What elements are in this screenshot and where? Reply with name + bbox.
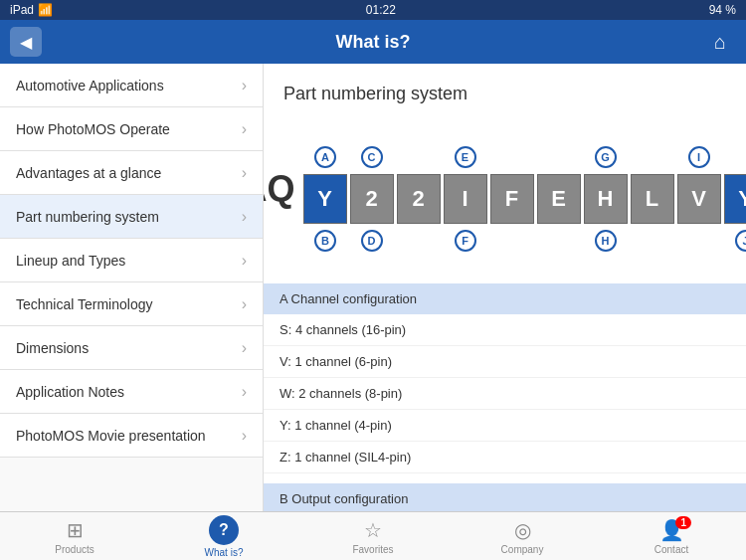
top-label-I: I (688, 146, 710, 168)
letter-blocks: AYBC2D2EIFFEGHHLIVYJ (303, 144, 747, 254)
chevron-icon: › (242, 252, 247, 270)
sidebar-item-technical[interactable]: Technical Terminology› (0, 282, 263, 326)
info-header-A: A Channel configuration (264, 283, 746, 314)
letter-block-6: H (584, 174, 628, 224)
sidebar-item-label-application-notes: Application Notes (16, 384, 124, 400)
products-tab-label: Products (55, 544, 93, 555)
info-row-A-3: Y: 1 channel (4-pin) (264, 410, 746, 442)
sidebar-item-label-how: How PhotoMOS Operate (16, 121, 170, 137)
diagram-wrapper: AQ AYBC2D2EIFFEGHHLIVYJ (264, 124, 746, 254)
status-bar-left: iPad 📶 (10, 3, 53, 17)
letter-block-wrap-2: 2 (396, 174, 442, 224)
sidebar: Automotive Applications›How PhotoMOS Ope… (0, 64, 264, 511)
favorites-tab-icon: ☆ (364, 518, 382, 542)
sidebar-item-application-notes[interactable]: Application Notes› (0, 370, 263, 414)
back-icon: ◀ (20, 33, 32, 52)
tab-bar: ⊞Products?What is?☆Favorites◎Company👤1Co… (0, 511, 746, 560)
bottom-label-F: F (455, 230, 476, 252)
chevron-icon: › (242, 77, 247, 94)
tab-company[interactable]: ◎Company (448, 512, 597, 560)
chevron-icon: › (242, 208, 247, 226)
sidebar-item-label-automotive: Automotive Applications (16, 78, 164, 93)
diagram-container: AQ AYBC2D2EIFFEGHHLIVYJ (264, 114, 746, 274)
sidebar-item-photmos-movie[interactable]: PhotoMOS Movie presentation› (0, 414, 263, 458)
letter-block-wrap-1: C2D (349, 174, 395, 224)
sidebar-item-advantages[interactable]: Advantages at a glance› (0, 151, 263, 195)
info-row-A-2: W: 2 channels (8-pin) (264, 378, 746, 410)
chevron-icon: › (242, 427, 247, 445)
main-content: Automotive Applications›How PhotoMOS Ope… (0, 64, 746, 511)
chevron-icon: › (242, 164, 247, 182)
tab-contact[interactable]: 👤1Contact (597, 512, 746, 560)
info-row-A-1: V: 1 channel (6-pin) (264, 346, 746, 378)
status-bar: iPad 📶 01:22 94 % (0, 0, 746, 20)
content-area: Part numbering system AQ AYBC2D2EIFFEGHH… (264, 64, 746, 511)
letter-block-wrap-6: GHH (583, 174, 629, 224)
top-label-E: E (455, 146, 476, 168)
letter-block-2: 2 (397, 174, 441, 224)
products-tab-icon: ⊞ (67, 518, 84, 542)
tab-products[interactable]: ⊞Products (0, 512, 149, 560)
sidebar-item-label-lineup: Lineup and Types (16, 253, 125, 269)
company-tab-icon: ◎ (514, 518, 531, 542)
bottom-label-J: J (735, 230, 747, 252)
letter-block-3: I (444, 174, 487, 224)
info-section-A: A Channel configurationS: 4 channels (16… (264, 283, 746, 473)
company-tab-label: Company (501, 544, 544, 555)
chevron-icon: › (242, 339, 247, 357)
contact-tab-label: Contact (654, 544, 688, 555)
whatis-tab-label: What is? (205, 547, 244, 558)
sidebar-item-lineup[interactable]: Lineup and Types› (0, 239, 263, 282)
letter-block-wrap-5: E (536, 174, 582, 224)
letter-block-8: V (677, 174, 721, 224)
info-row-A-0: S: 4 channels (16-pin) (264, 314, 746, 346)
top-label-G: G (595, 146, 617, 168)
top-label-A: A (314, 146, 336, 168)
sidebar-item-automotive[interactable]: Automotive Applications› (0, 64, 263, 107)
bottom-label-H: H (595, 230, 617, 252)
letter-block-wrap-8: IV (676, 174, 722, 224)
sidebar-item-how[interactable]: How PhotoMOS Operate› (0, 107, 263, 151)
aq-prefix: AQ (264, 168, 295, 210)
top-label-C: C (361, 146, 383, 168)
tab-favorites[interactable]: ☆Favorites (298, 512, 448, 560)
info-header-B: B Output configuration (264, 483, 746, 511)
letter-block-wrap-3: EIF (443, 174, 488, 224)
bottom-label-D: D (361, 230, 383, 252)
home-button[interactable]: ⌂ (704, 27, 736, 57)
letter-block-4: F (490, 174, 534, 224)
sidebar-item-label-technical: Technical Terminology (16, 296, 152, 312)
chevron-icon: › (242, 295, 247, 313)
sidebar-item-label-advantages: Advantages at a glance (16, 165, 161, 181)
info-sections: A Channel configurationS: 4 channels (16… (264, 283, 746, 511)
tab-badge-contact: 1 (675, 516, 691, 529)
letter-block-9: Y (724, 174, 747, 224)
letter-block-0: Y (303, 174, 347, 224)
status-time: 01:22 (366, 3, 396, 17)
letter-block-7: L (631, 174, 674, 224)
bottom-label-B: B (314, 230, 336, 252)
whatis-tab-icon: ? (209, 515, 239, 545)
sidebar-item-label-part-numbering: Part numbering system (16, 209, 159, 225)
sidebar-item-label-photmos-movie: PhotoMOS Movie presentation (16, 428, 206, 444)
tab-whatis[interactable]: ?What is? (149, 512, 298, 560)
nav-title: What is? (42, 32, 704, 53)
wifi-icon: 📶 (38, 3, 53, 17)
info-row-A-4: Z: 1 channel (SIL4-pin) (264, 442, 746, 473)
sidebar-item-part-numbering[interactable]: Part numbering system› (0, 195, 263, 239)
info-section-B: B Output configuration1: 1 Form A (DC)2:… (264, 483, 746, 511)
status-bar-right: 94 % (709, 3, 736, 17)
letter-block-wrap-4: F (489, 174, 535, 224)
favorites-tab-label: Favorites (352, 544, 393, 555)
sidebar-item-label-dimensions: Dimensions (16, 340, 89, 356)
letter-block-5: E (537, 174, 581, 224)
content-title: Part numbering system (264, 64, 746, 114)
back-button[interactable]: ◀ (10, 27, 42, 57)
sidebar-item-dimensions[interactable]: Dimensions› (0, 326, 263, 370)
letter-block-wrap-7: L (630, 174, 675, 224)
letter-block-1: 2 (350, 174, 394, 224)
chevron-icon: › (242, 120, 247, 138)
letter-block-wrap-9: YJ (723, 174, 747, 224)
chevron-icon: › (242, 383, 247, 401)
letter-block-wrap-0: AYB (303, 174, 348, 224)
